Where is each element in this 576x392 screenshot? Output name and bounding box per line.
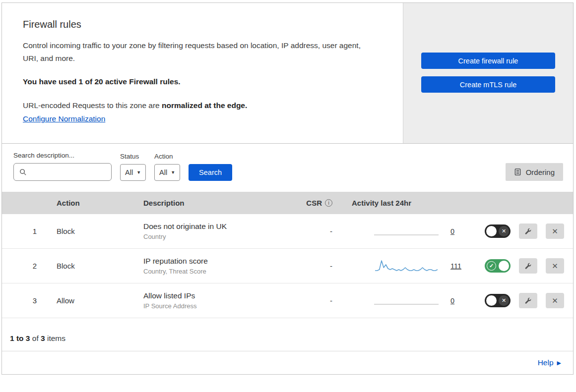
ordering-button[interactable]: Ordering	[506, 163, 563, 181]
normalization-prefix: URL-encoded Requests to this zone are	[23, 101, 162, 110]
search-group: Search description...	[13, 152, 112, 181]
activity-count-link[interactable]: 0	[450, 227, 463, 235]
chevron-down-icon: ▼	[171, 170, 175, 175]
csr-header-label: CSR	[306, 199, 322, 207]
edit-rule-button[interactable]	[519, 258, 537, 274]
action-dropdown[interactable]: All ▼	[154, 164, 180, 181]
search-button[interactable]: Search	[189, 164, 232, 181]
rule-activity-cell: 0	[345, 227, 473, 235]
actions-panel: Create firewall rule Create mTLS rule	[403, 3, 573, 143]
rule-csr: -	[288, 262, 345, 270]
create-mtls-rule-button[interactable]: Create mTLS rule	[421, 76, 555, 93]
chevron-down-icon: ▼	[136, 170, 141, 175]
ordering-button-label: Ordering	[526, 168, 555, 176]
action-column-header: Action	[50, 199, 142, 207]
activity-count-link[interactable]: 0	[450, 297, 463, 305]
page-header: Firewall rules Control incoming traffic …	[2, 3, 573, 144]
close-icon: ✕	[552, 262, 558, 271]
rule-action: Allow	[50, 296, 142, 305]
rule-activity-cell: 111	[345, 258, 473, 275]
edit-rule-button[interactable]	[519, 293, 537, 308]
toggle-knob	[499, 261, 509, 271]
info-icon[interactable]: i	[325, 199, 332, 207]
activity-sparkline-area	[374, 297, 439, 305]
rule-priority: 2	[2, 262, 50, 270]
toggle-check-icon: ✓	[487, 261, 496, 271]
pagination-summary: 1 to 3 of 3 items	[2, 318, 573, 351]
rule-action: Block	[50, 227, 142, 235]
csr-column-header: CSR i	[288, 199, 345, 207]
help-link[interactable]: Help ▶	[538, 358, 561, 367]
rule-action: Block	[50, 262, 142, 270]
status-dropdown[interactable]: All ▼	[120, 164, 146, 181]
help-bar: Help ▶	[2, 351, 573, 374]
edit-rule-button[interactable]	[519, 224, 537, 239]
rule-description-cell: Does not originate in UK Country	[142, 222, 288, 240]
table-row: 3 Allow Allow listed IPs IP Source Addre…	[2, 283, 573, 318]
toggle-knob	[486, 226, 497, 236]
delete-rule-button[interactable]: ✕	[546, 258, 564, 274]
search-icon	[19, 168, 27, 176]
rule-fields: IP Source Address	[143, 302, 288, 310]
rule-description: Allow listed IPs	[143, 291, 288, 300]
search-label: Search description...	[13, 152, 112, 159]
close-icon: ✕	[552, 296, 558, 305]
rule-description-cell: IP reputation score Country, Threat Scor…	[142, 257, 288, 275]
action-filter-group: Action All ▼	[154, 153, 180, 181]
rule-enabled-toggle[interactable]: ✓	[485, 259, 511, 273]
ordering-list-icon	[514, 168, 521, 176]
normalization-text: URL-encoded Requests to this zone are no…	[23, 101, 373, 110]
activity-sparkline	[374, 258, 439, 275]
delete-rule-button[interactable]: ✕	[546, 293, 564, 308]
rule-description: IP reputation score	[143, 257, 288, 266]
toggle-x-icon: ✕	[499, 295, 509, 306]
rule-activity-cell: 0	[345, 297, 473, 305]
help-label: Help	[538, 358, 554, 367]
wrench-icon	[524, 297, 532, 304]
activity-flatline	[374, 304, 439, 305]
rule-priority: 3	[2, 296, 50, 305]
rule-fields: Country, Threat Score	[143, 268, 288, 275]
activity-sparkline-area	[374, 258, 439, 275]
header-text-area: Firewall rules Control incoming traffic …	[2, 3, 403, 143]
item-total: 3	[41, 334, 45, 342]
wrench-icon	[524, 262, 532, 270]
delete-rule-button[interactable]: ✕	[546, 224, 564, 239]
of-text: of	[32, 334, 39, 342]
rule-csr: -	[288, 227, 345, 235]
description-column-header: Description	[142, 199, 288, 207]
rule-enabled-toggle[interactable]: ✕	[485, 294, 511, 307]
firewall-rules-card: Firewall rules Control incoming traffic …	[1, 2, 574, 375]
arrow-right-icon: ▶	[557, 360, 561, 366]
activity-count-link[interactable]: 111	[450, 262, 463, 270]
normalization-bold: normalized at the edge.	[162, 101, 247, 110]
close-icon: ✕	[552, 227, 558, 236]
rule-csr: -	[288, 296, 345, 305]
rules-table: Action Description CSR i Activity last 2…	[2, 192, 573, 318]
activity-sparkline-area	[374, 227, 439, 235]
create-firewall-rule-button[interactable]: Create firewall rule	[421, 53, 555, 69]
activity-column-header: Activity last 24hr	[345, 199, 473, 207]
items-text: items	[47, 334, 65, 342]
rule-description-cell: Allow listed IPs IP Source Address	[142, 291, 288, 310]
table-row: 1 Block Does not originate in UK Country…	[2, 214, 573, 249]
wrench-icon	[524, 227, 532, 235]
configure-normalization-link[interactable]: Configure Normalization	[23, 114, 105, 123]
rule-controls: ✓ ✕	[473, 258, 573, 274]
item-range: 1 to 3	[10, 334, 30, 342]
usage-summary: You have used 1 of 20 active Firewall ru…	[23, 77, 373, 86]
action-dropdown-value: All	[159, 168, 167, 176]
search-box[interactable]	[13, 163, 112, 181]
search-input[interactable]	[30, 168, 111, 176]
toggle-x-icon: ✕	[499, 226, 509, 236]
filter-bar: Search description... Status All ▼ Actio…	[2, 144, 573, 192]
rule-fields: Country	[143, 233, 288, 240]
status-label: Status	[120, 153, 146, 160]
rule-enabled-toggle[interactable]: ✕	[485, 224, 511, 238]
action-label: Action	[154, 153, 180, 160]
page-title: Firewall rules	[23, 19, 373, 30]
rule-priority: 1	[2, 227, 50, 235]
status-dropdown-value: All	[125, 168, 133, 176]
table-header-row: Action Description CSR i Activity last 2…	[2, 192, 573, 214]
rule-controls: ✕ ✕	[473, 293, 573, 308]
